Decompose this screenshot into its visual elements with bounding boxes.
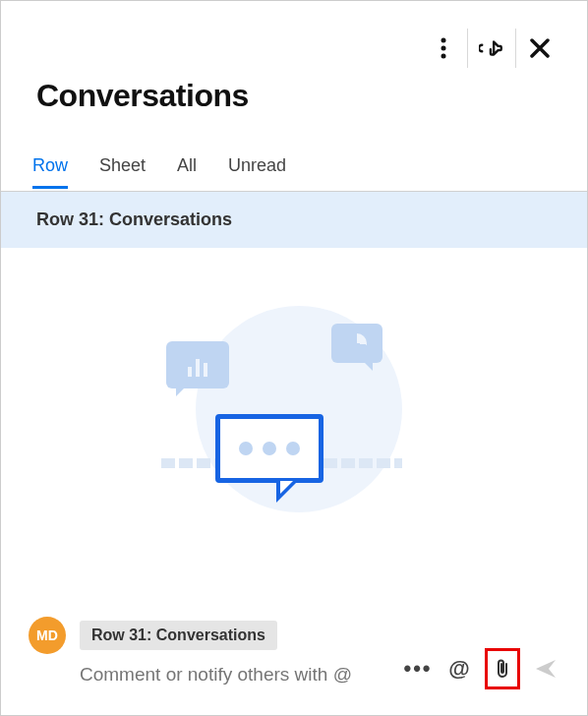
tab-row[interactable]: Row [32, 155, 68, 189]
chat-bubble-icon [215, 414, 323, 483]
page-title: Conversations [36, 78, 249, 114]
composer-more-button[interactable]: ••• [402, 650, 434, 687]
svg-point-0 [441, 38, 446, 43]
empty-state-illustration [166, 306, 422, 562]
svg-point-2 [441, 54, 446, 59]
avatar: MD [29, 617, 66, 654]
close-button[interactable] [516, 25, 563, 72]
attach-file-button[interactable] [485, 648, 520, 689]
svg-point-1 [441, 46, 446, 51]
paperclip-icon [495, 658, 510, 680]
close-icon [530, 38, 550, 58]
row-context-header: Row 31: Conversations [1, 191, 587, 248]
tab-unread[interactable]: Unread [228, 155, 286, 189]
kebab-icon [441, 37, 446, 59]
send-button[interactable] [530, 650, 561, 687]
more-options-button[interactable] [420, 25, 467, 72]
send-icon [534, 657, 558, 681]
megaphone-icon [479, 35, 504, 61]
context-chip[interactable]: Row 31: Conversations [80, 621, 277, 650]
comment-composer: MD Row 31: Conversations ••• @ [1, 617, 587, 686]
tab-sheet[interactable]: Sheet [99, 155, 146, 189]
tabs-bar: Row Sheet All Unread [32, 155, 587, 189]
tab-all[interactable]: All [177, 155, 197, 189]
mention-button[interactable]: @ [443, 650, 475, 687]
pie-bubble-icon [331, 324, 382, 363]
announcements-button[interactable] [468, 25, 515, 72]
chart-bubble-icon [166, 341, 229, 388]
